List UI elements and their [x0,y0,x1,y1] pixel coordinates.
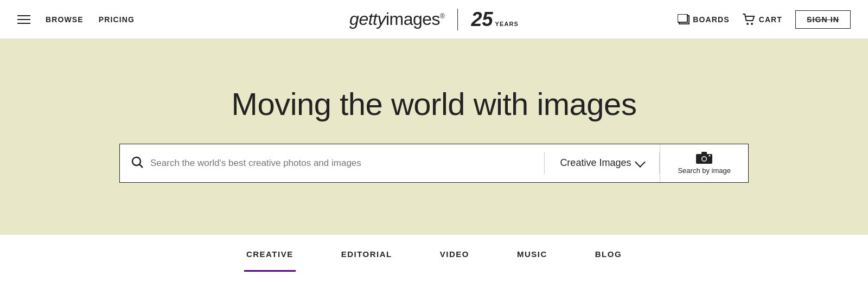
search-input[interactable] [150,158,533,169]
years-badge: 25 YEARS [471,8,518,31]
browse-link[interactable]: BROWSE [46,15,84,24]
years-label: YEARS [495,21,519,27]
tab-editorial[interactable]: EDITORIAL [339,236,394,272]
boards-link[interactable]: BOARDS [678,14,729,25]
pricing-link[interactable]: PRICING [99,15,135,24]
header-left: BROWSE PRICING [17,15,135,24]
svg-point-8 [703,157,706,161]
search-icon [131,156,144,171]
search-category-selector[interactable]: Creative Images [545,157,659,169]
search-by-image-label: Search by image [678,166,731,175]
hero-section: Moving the world with images Creative Im… [0,39,868,234]
svg-rect-1 [678,14,687,22]
search-by-image-button[interactable]: Search by image [660,144,748,182]
svg-point-4 [132,157,141,165]
header-right: BOARDS CART SIGN IN [678,10,851,29]
tab-blog[interactable]: BLOG [593,236,624,272]
tab-music[interactable]: MUSIC [515,236,550,272]
search-category-label: Creative Images [560,157,631,169]
logo-trademark: ® [440,12,444,20]
svg-point-3 [751,23,753,25]
search-bar: Creative Images Search by image [119,144,749,183]
svg-rect-9 [701,152,707,155]
sign-in-button[interactable]: SIGN IN [795,10,851,29]
cart-icon [743,14,756,25]
logo-images: images [386,9,440,29]
boards-icon [678,14,690,25]
tab-video[interactable]: VIDEO [438,236,471,272]
hero-title: Moving the world with images [232,86,637,122]
logo-getty: getty [349,9,386,29]
cart-link[interactable]: CART [743,14,782,25]
camera-icon [696,151,712,164]
boards-label: BOARDS [693,15,729,24]
search-magnifier-icon [131,156,144,169]
svg-line-5 [140,164,143,168]
svg-point-10 [709,155,711,157]
logo-divider [457,9,458,30]
bottom-nav: CREATIVE EDITORIAL VIDEO MUSIC BLOG [0,234,868,273]
hamburger-menu-icon[interactable] [17,15,30,24]
chevron-down-icon [635,157,646,168]
cart-label: CART [759,15,782,24]
svg-point-2 [746,23,749,25]
search-input-section [120,156,544,171]
header: BROWSE PRICING gettyimages® 25 YEARS BOA… [0,0,868,39]
header-center: gettyimages® 25 YEARS [349,8,519,31]
tab-creative[interactable]: CREATIVE [244,236,296,272]
logo[interactable]: gettyimages® [349,9,444,29]
years-number: 25 [471,8,493,31]
